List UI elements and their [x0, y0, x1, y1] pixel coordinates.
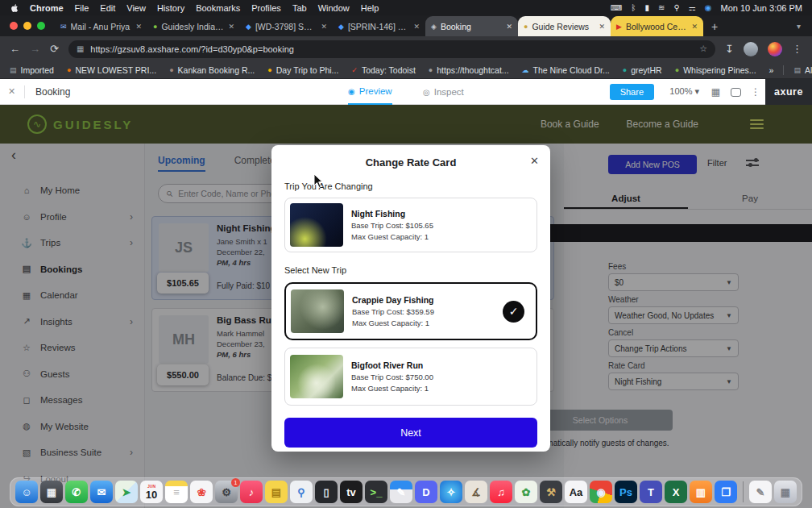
menu-item[interactable]: Profiles — [251, 3, 281, 13]
tab-inspect[interactable]: ◎ Inspect — [423, 79, 464, 105]
maps-icon[interactable]: ➤ — [115, 481, 138, 503]
bookmark-item[interactable]: ● Day Trip to Phi... — [267, 65, 338, 75]
close-window-button[interactable] — [10, 22, 18, 30]
browser-tab[interactable]: ✉ Mail - Anu Priya ✕ — [55, 16, 147, 36]
comments-icon[interactable] — [731, 88, 741, 97]
browser-tab[interactable]: ● Guidesly India Pv... ✕ — [147, 16, 240, 36]
zoom-window-button[interactable] — [37, 22, 45, 30]
profile-avatar[interactable] — [768, 42, 782, 56]
menu-app-name[interactable]: Chrome — [30, 3, 64, 13]
menu-item[interactable]: File — [75, 3, 89, 13]
tab-close-icon[interactable]: ✕ — [599, 23, 605, 31]
font-book-icon[interactable]: Aa — [565, 481, 587, 503]
bluetooth-icon[interactable]: ᛒ — [632, 4, 636, 12]
whatsapp-icon[interactable]: ✆ — [65, 481, 88, 503]
secondary-avatar[interactable] — [744, 42, 758, 56]
teams-icon[interactable]: T — [640, 481, 662, 503]
search-icon[interactable]: ⚲ — [673, 4, 679, 12]
bookmarks-overflow-icon[interactable]: » — [769, 65, 774, 75]
preview-icon[interactable]: ⚲ — [290, 481, 313, 503]
pages-icon[interactable]: ▦ — [711, 86, 720, 98]
trip-option-card[interactable]: Bigfoot River Run Base Trip Cost: $750.0… — [284, 348, 537, 406]
menu-item[interactable]: Help — [361, 3, 379, 13]
axure-menu-icon[interactable]: ⋮ — [751, 86, 760, 98]
leaf-app-icon[interactable]: ✿ — [515, 481, 537, 503]
finder-icon[interactable]: ☺ — [15, 481, 38, 503]
browser-tab[interactable]: ● Guide Reviews ✕ — [518, 16, 611, 36]
apple-music-icon[interactable]: ♫ — [490, 481, 512, 503]
keynote-icon[interactable]: ✎ — [390, 481, 412, 503]
menu-item[interactable]: Bookmarks — [196, 3, 240, 13]
download-icon[interactable]: ↧ — [725, 43, 734, 55]
new-tab-button[interactable]: + — [703, 16, 726, 36]
discord-icon[interactable]: D — [415, 481, 437, 503]
mail-icon[interactable]: ✉ — [90, 481, 113, 503]
bluewindow-icon[interactable]: ❐ — [715, 481, 737, 503]
music-icon[interactable]: ♪ — [240, 481, 263, 503]
menu-item[interactable]: History — [157, 3, 184, 13]
bookmark-item[interactable]: ✓ Today: Todoist — [351, 65, 415, 75]
next-button[interactable]: Next — [284, 418, 537, 448]
calendar-icon[interactable]: JUN 10 — [140, 481, 163, 503]
keyboard-icon[interactable]: ⌨ — [611, 4, 622, 12]
apple-menu-icon[interactable] — [10, 3, 19, 13]
settings-icon[interactable]: ⚙ 1 — [215, 481, 238, 503]
safari-icon[interactable]: ✧ — [440, 481, 462, 503]
iphone-mirroring-icon[interactable]: ▯ — [315, 481, 338, 503]
notes-icon[interactable]: ≡ — [165, 481, 188, 503]
hammer-app-icon[interactable]: ⚒ — [540, 481, 562, 503]
bookmark-item[interactable]: ▤ Imported — [10, 65, 54, 75]
back-button[interactable]: ← — [10, 43, 20, 55]
tab-preview[interactable]: ◉ Preview — [348, 79, 392, 105]
menu-item[interactable]: Tab — [292, 3, 307, 13]
compass-tool-icon[interactable]: ∡ — [465, 481, 487, 503]
reload-button[interactable]: ⟳ — [50, 43, 59, 55]
excel-icon[interactable]: X — [665, 481, 687, 503]
books-icon[interactable]: ▥ — [690, 481, 712, 503]
forward-button[interactable]: → — [30, 43, 40, 55]
bookmark-item[interactable]: ● Whispering Pines... — [675, 65, 756, 75]
menu-clock[interactable]: Mon 10 Jun 3:06 PM — [720, 3, 802, 13]
site-info-icon[interactable]: ▦ — [77, 44, 84, 53]
browser-tab[interactable]: ◆ [WD-3798] SEO ... ✕ — [240, 16, 333, 36]
control-center-icon[interactable]: ⚎ — [689, 4, 696, 12]
all-bookmarks-button[interactable]: ▤ All Bookmarks — [793, 65, 812, 75]
axure-close-icon[interactable]: ✕ — [8, 86, 15, 97]
browser-tab[interactable]: ▶ Bollywood Celebr... ✕ — [611, 16, 703, 36]
textedit-icon[interactable]: ✎ — [749, 481, 772, 503]
tab-close-icon[interactable]: ✕ — [228, 23, 234, 31]
wifi-icon[interactable]: ≋ — [658, 4, 665, 12]
stickies-icon[interactable]: ▤ — [265, 481, 288, 503]
menu-item[interactable]: View — [126, 3, 146, 13]
url-text[interactable]: https://gzsuv8.axshare.com/?id=d30yp0&p=… — [90, 44, 693, 54]
launchpad-icon[interactable]: ▦ — [40, 481, 63, 503]
modal-close-icon[interactable]: ✕ — [530, 155, 539, 167]
battery-icon[interactable]: ▮ — [645, 4, 650, 12]
bookmark-item[interactable]: ● NEW LOWEST PRI... — [67, 65, 156, 75]
tv-icon[interactable]: tv — [340, 481, 362, 503]
minimize-window-button[interactable] — [23, 22, 31, 30]
tab-close-icon[interactable]: ✕ — [506, 23, 512, 31]
bookmark-item[interactable]: ☁ The Nine Cloud Dr... — [522, 65, 610, 75]
photoshop-icon[interactable]: Ps — [615, 481, 637, 503]
share-button[interactable]: Share — [610, 84, 654, 100]
trash-icon[interactable]: ▦ — [774, 481, 797, 503]
tab-close-icon[interactable]: ✕ — [413, 23, 420, 31]
menu-item[interactable]: Edit — [100, 3, 115, 13]
tab-search-icon[interactable]: ▾ — [785, 16, 812, 36]
trip-option-card[interactable]: Crappie Day Fishing Base Trip Cost: $359… — [284, 282, 537, 340]
siri-icon[interactable]: ◉ — [705, 4, 712, 12]
zoom-control[interactable]: 100% ▾ — [669, 86, 699, 97]
bookmark-item[interactable]: ● greytHR — [623, 65, 662, 75]
tab-close-icon[interactable]: ✕ — [691, 23, 698, 31]
chrome-menu-icon[interactable]: ⋮ — [792, 43, 802, 55]
bookmark-item[interactable]: ● https://thoughtcat... — [429, 65, 509, 75]
menu-item[interactable]: Window — [318, 3, 350, 13]
address-bar[interactable]: ▦ https://gzsuv8.axshare.com/?id=d30yp0&… — [68, 40, 715, 58]
bookmark-star-icon[interactable]: ☆ — [699, 44, 707, 54]
photos-icon[interactable]: ❀ — [190, 481, 213, 503]
terminal-icon[interactable]: >_ — [365, 481, 387, 503]
tab-close-icon[interactable]: ✕ — [321, 23, 327, 31]
bookmark-item[interactable]: ● Kankan Booking R... — [169, 65, 255, 75]
browser-tab[interactable]: ◈ Booking ✕ — [425, 16, 518, 36]
